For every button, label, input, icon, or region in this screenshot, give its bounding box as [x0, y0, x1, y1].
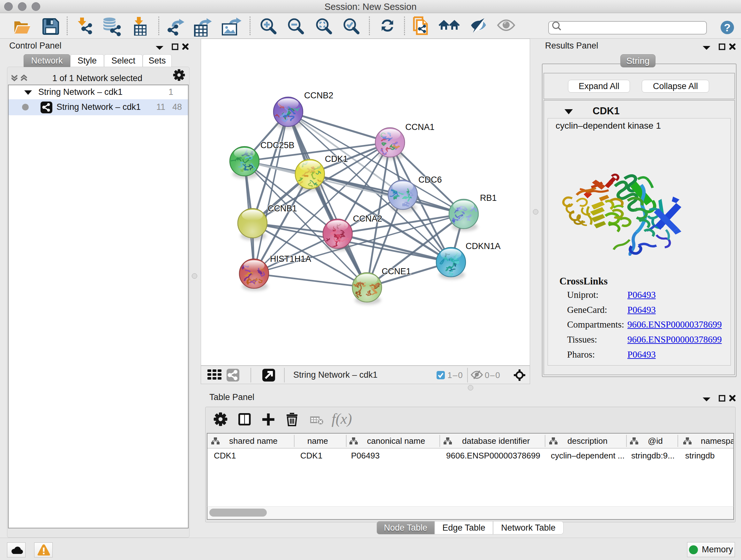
svg-text:stringdb:9...: stringdb:9...	[631, 451, 675, 460]
svg-text:HIST1H1A: HIST1H1A	[270, 254, 311, 264]
svg-text:CCNB1: CCNB1	[268, 204, 297, 213]
svg-text:namespac: namespac	[701, 436, 733, 446]
svg-text:stringdb: stringdb	[685, 451, 715, 460]
svg-text:f(x): f(x)	[332, 411, 352, 427]
svg-text:CCNB2: CCNB2	[304, 91, 333, 100]
svg-text:cyclin–dependent ...: cyclin–dependent ...	[551, 451, 624, 460]
svg-text:database identifier: database identifier	[462, 436, 530, 446]
svg-text:CDC25B: CDC25B	[260, 140, 294, 150]
svg-text:CDKN1A: CDKN1A	[466, 241, 501, 251]
svg-text:9606.ENSP00000378699: 9606.ENSP00000378699	[446, 451, 540, 460]
svg-text:CCNA2: CCNA2	[353, 214, 382, 224]
svg-text:name: name	[307, 436, 328, 446]
svg-text:CDC6: CDC6	[418, 175, 442, 185]
svg-text:CDK1: CDK1	[300, 451, 322, 460]
svg-text:@id: @id	[648, 436, 663, 446]
svg-text:shared name: shared name	[229, 436, 278, 446]
svg-text:CDK1: CDK1	[325, 154, 348, 164]
svg-text:CCNA1: CCNA1	[405, 122, 434, 132]
svg-text:CDK1: CDK1	[214, 451, 236, 460]
svg-text:RB1: RB1	[480, 193, 497, 203]
svg-text:canonical name: canonical name	[367, 436, 425, 446]
svg-text:description: description	[567, 436, 608, 446]
svg-text:P06493: P06493	[351, 451, 380, 460]
svg-text:1 – 0: 1 – 0	[448, 370, 463, 380]
svg-text:CCNE1: CCNE1	[382, 266, 411, 276]
svg-text:0 – 0: 0 – 0	[485, 370, 500, 380]
svg-text:?: ?	[724, 21, 731, 34]
